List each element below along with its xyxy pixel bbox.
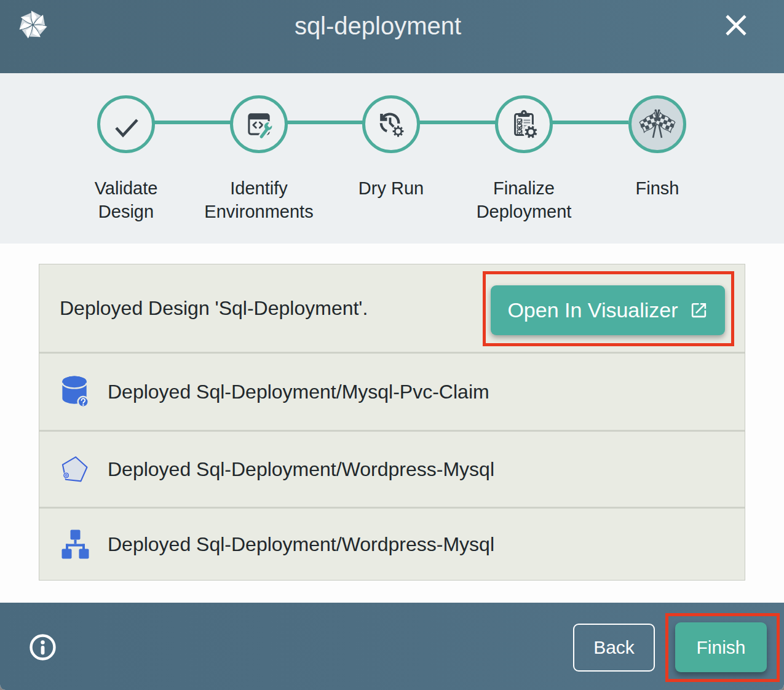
- result-row-text: Deployed Sql-Deployment/Mysql-Pvc-Claim: [108, 381, 489, 403]
- dialog-header: sql-deployment: [0, 0, 784, 73]
- step-circle-finsh[interactable]: [628, 95, 686, 153]
- hierarchy-icon: [61, 527, 89, 561]
- step-label: Validate Design: [65, 176, 188, 223]
- step-label: Finalize Deployment: [462, 176, 585, 223]
- checkered-flags-icon: [637, 109, 678, 140]
- result-row-text: Deployed Sql-Deployment/Wordpress-Mysql: [108, 533, 494, 556]
- step-circle-identify-environments[interactable]: [230, 95, 288, 153]
- stepper-connector: [154, 121, 231, 124]
- result-row: Deployed Sql-Deployment/Wordpress-Mysql: [39, 430, 745, 507]
- dialog-footer: [0, 603, 784, 690]
- clipboard-gear-icon: [509, 109, 539, 139]
- results-panel: Deployed Design 'Sql-Deployment'. Open I…: [0, 244, 784, 603]
- step-circle-dry-run[interactable]: [362, 95, 420, 153]
- stepper-connector: [287, 121, 363, 124]
- step-label: Dry Run: [330, 176, 453, 200]
- open-in-visualizer-button[interactable]: Open In Visualizer: [491, 285, 725, 335]
- stepper: Validate Design Identify Environments Dr…: [0, 73, 784, 244]
- history-gear-icon: [377, 110, 405, 138]
- step-label: Finsh: [596, 176, 719, 200]
- step-circle-validate-design[interactable]: [97, 95, 155, 153]
- deployment-dialog: sql-deployment: [0, 0, 784, 690]
- result-row: Deployed Sql-Deployment/Wordpress-Mysql: [39, 507, 745, 580]
- pentagon-badge-icon: [61, 452, 89, 486]
- info-icon[interactable]: [30, 634, 56, 660]
- design-result-text: Deployed Design 'Sql-Deployment'.: [60, 297, 368, 320]
- results-list: Deployed Design 'Sql-Deployment'. Open I…: [39, 264, 745, 581]
- finish-button[interactable]: Finish: [675, 622, 767, 672]
- stepper-connector: [419, 121, 496, 124]
- open-in-new-icon: [689, 301, 708, 320]
- result-row: Deployed Sql-Deployment/Mysql-Pvc-Claim: [39, 352, 745, 430]
- stepper-connector: [552, 121, 628, 124]
- dialog-title: sql-deployment: [0, 0, 784, 52]
- database-question-icon: [61, 375, 89, 409]
- code-window-wrench-icon: [245, 110, 273, 138]
- step-label: Identify Environments: [197, 176, 320, 223]
- check-icon: [111, 109, 141, 140]
- close-icon[interactable]: [724, 14, 748, 37]
- back-button[interactable]: Back: [573, 624, 655, 672]
- design-result-row: Deployed Design 'Sql-Deployment'. Open I…: [39, 264, 745, 352]
- result-row-text: Deployed Sql-Deployment/Wordpress-Mysql: [108, 458, 494, 481]
- open-in-visualizer-label: Open In Visualizer: [507, 298, 678, 322]
- step-circle-finalize-deployment[interactable]: [495, 95, 553, 153]
